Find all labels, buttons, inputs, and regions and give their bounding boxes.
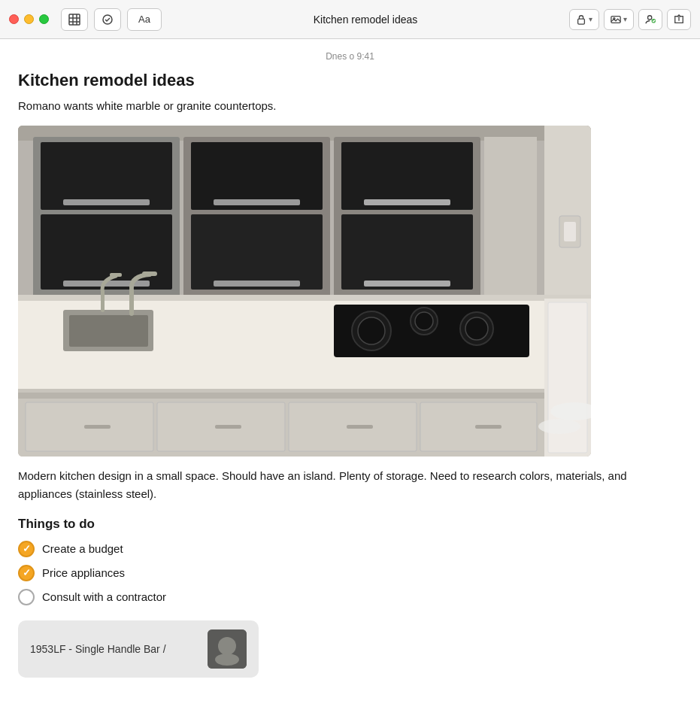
- svg-rect-29: [341, 214, 473, 290]
- media-chevron-icon: ▾: [623, 15, 627, 23]
- close-button[interactable]: [9, 14, 19, 24]
- svg-rect-39: [69, 315, 148, 347]
- window-title: Kitchen remodel ideas: [168, 14, 563, 26]
- checklist-button[interactable]: [94, 8, 121, 31]
- title-bar: Aa Kitchen remodel ideas ▾ ▾: [0, 0, 700, 39]
- svg-rect-30: [364, 281, 450, 287]
- lock-icon: [576, 14, 586, 25]
- share-button[interactable]: [667, 9, 691, 30]
- svg-point-67: [218, 637, 236, 655]
- svg-rect-24: [191, 214, 323, 290]
- svg-rect-52: [18, 393, 544, 399]
- svg-rect-59: [347, 425, 373, 429]
- svg-rect-41: [142, 271, 157, 276]
- checkbox-1[interactable]: [18, 541, 35, 557]
- svg-point-46: [358, 317, 385, 344]
- note-image: [18, 126, 591, 457]
- image-icon: [611, 14, 621, 25]
- note-subtitle: Romano wants white marble or granite cou…: [18, 98, 682, 115]
- minimize-button[interactable]: [24, 14, 34, 24]
- attachment-card[interactable]: 1953LF - Single Handle Bar /: [18, 620, 259, 678]
- attachment-thumbnail: [208, 629, 247, 669]
- svg-point-64: [538, 419, 580, 434]
- note-timestamp: Dnes o 9:41: [18, 51, 682, 62]
- svg-rect-25: [214, 281, 300, 287]
- note-body-text: Modern kitchen design in a small space. …: [18, 467, 682, 503]
- checkbox-2[interactable]: [18, 565, 35, 581]
- note-content: Dnes o 9:41 Kitchen remodel ideas Romano…: [0, 39, 700, 728]
- checklist-item-1[interactable]: Create a budget: [18, 541, 682, 557]
- svg-rect-42: [101, 290, 105, 312]
- font-button[interactable]: Aa: [127, 8, 162, 31]
- kitchen-image-svg: [18, 126, 591, 457]
- checklist-item-2[interactable]: Price appliances: [18, 565, 682, 581]
- svg-rect-58: [215, 425, 241, 429]
- svg-rect-57: [84, 425, 111, 429]
- table-icon: [68, 14, 80, 26]
- svg-rect-0: [69, 14, 80, 25]
- maximize-button[interactable]: [39, 14, 49, 24]
- table-view-button[interactable]: [61, 8, 88, 31]
- svg-point-48: [415, 312, 433, 330]
- svg-rect-60: [475, 425, 502, 429]
- svg-rect-31: [484, 137, 537, 299]
- collab-icon: [645, 14, 656, 25]
- checklist-item-2-label: Price appliances: [42, 566, 125, 579]
- media-button[interactable]: ▾: [604, 9, 634, 30]
- attachment-thumb-image: [208, 629, 247, 669]
- svg-rect-43: [110, 273, 122, 277]
- svg-rect-23: [214, 199, 300, 205]
- traffic-lights: [9, 14, 49, 24]
- font-label: Aa: [138, 14, 150, 25]
- attachment-label: 1953LF - Single Handle Bar /: [30, 643, 198, 655]
- svg-rect-6: [578, 19, 585, 24]
- checklist-item-3[interactable]: Consult with a contractor: [18, 589, 682, 605]
- check-circle-icon: [102, 14, 114, 26]
- lock-button[interactable]: ▾: [569, 9, 599, 30]
- svg-rect-28: [364, 199, 450, 205]
- toolbar-right: ▾ ▾: [569, 9, 691, 30]
- collab-button[interactable]: [638, 9, 662, 30]
- checklist: Create a budget Price appliances Consult…: [18, 541, 682, 605]
- share-icon: [674, 14, 684, 25]
- checkbox-3[interactable]: [18, 589, 35, 605]
- svg-point-68: [215, 654, 239, 666]
- svg-rect-18: [63, 199, 150, 205]
- section-title: Things to do: [18, 517, 682, 532]
- checklist-item-1-label: Create a budget: [42, 542, 123, 555]
- svg-point-9: [648, 15, 652, 19]
- svg-rect-33: [564, 222, 576, 241]
- svg-point-50: [465, 317, 488, 340]
- checklist-item-3-label: Consult with a contractor: [42, 590, 166, 603]
- lock-chevron-icon: ▾: [589, 15, 592, 23]
- note-title: Kitchen remodel ideas: [18, 71, 682, 90]
- svg-rect-40: [129, 287, 134, 316]
